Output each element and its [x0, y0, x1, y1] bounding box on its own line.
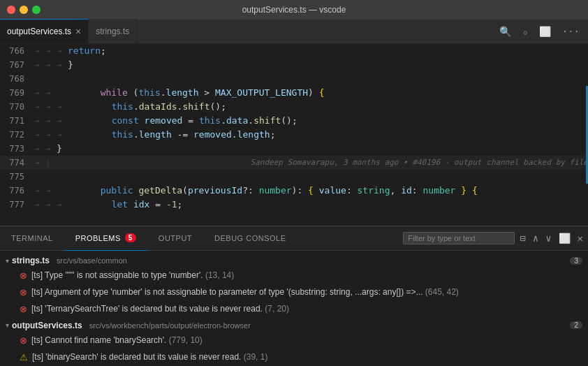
- nav-up-icon[interactable]: ∧: [531, 231, 541, 245]
- tab-bar: outputServices.ts × strings.ts 🔍 ⬦ ⬜ ···: [0, 20, 588, 44]
- traffic-lights: [7, 6, 41, 14]
- blame-annotation: Sandeep Somavarapu, 3 months ago • #4019…: [245, 156, 588, 170]
- problem-item[interactable]: ⊗ [ts] 'TernarySearchTree' is declared b…: [0, 301, 588, 318]
- problem-pos: (779, 10): [169, 335, 203, 345]
- output-tab-label: OUTPUT: [159, 234, 192, 242]
- collapse-all-icon[interactable]: ⊟: [517, 231, 527, 245]
- problem-item[interactable]: ⊗ [ts] Type '""' is not assignable to ty…: [0, 268, 588, 284]
- tab-output-services[interactable]: outputServices.ts ×: [0, 19, 89, 43]
- chevron-icon: ▾: [6, 257, 9, 265]
- code-line-767: 767 → → → }: [0, 58, 588, 72]
- problems-tab-label: PROBLEMS: [75, 234, 121, 242]
- search-icon[interactable]: 🔍: [497, 24, 514, 38]
- terminal-tab-label: TERMINAL: [11, 234, 53, 242]
- tab-label: strings.ts: [96, 27, 129, 36]
- problem-text: [ts] 'binarySearch' is declared but its …: [32, 351, 582, 363]
- chevron-icon: ▾: [6, 321, 9, 329]
- debug-tab-label: DEBUG CONSOLE: [214, 234, 286, 242]
- code-line-774: 774 → | Sandeep Somavarapu, 3 months ago…: [0, 156, 588, 170]
- more-actions-icon[interactable]: ···: [559, 24, 582, 38]
- problems-badge: 5: [125, 233, 136, 242]
- file-header-strings[interactable]: ▾ strings.ts src/vs/base/common 3: [0, 254, 588, 268]
- tab-label: outputServices.ts: [7, 27, 71, 36]
- tab-bar-actions: 🔍 ⬦ ⬜ ···: [497, 24, 582, 38]
- code-line-777: 777 → → → let idx = -1;: [0, 198, 588, 212]
- problem-text: [ts] Type '""' is not assignable to type…: [31, 270, 582, 281]
- window-title: outputServices.ts — vscode: [242, 5, 346, 15]
- title-bar: outputServices.ts — vscode: [0, 0, 588, 20]
- editor-area: 766 → → → return; 767 → → → } 768 769 → …: [0, 44, 588, 226]
- toggle-single-icon[interactable]: ⬜: [557, 231, 573, 245]
- file-group-strings: ▾ strings.ts src/vs/base/common 3 ⊗ [ts]…: [0, 254, 588, 319]
- problems-list: ▾ strings.ts src/vs/base/common 3 ⊗ [ts]…: [0, 251, 588, 365]
- code-line-766: 766 → → → return;: [0, 44, 588, 58]
- error-icon: ⊗: [20, 286, 27, 299]
- warning-icon: ⚠: [20, 351, 28, 364]
- filter-input[interactable]: [403, 232, 515, 244]
- nav-down-icon[interactable]: ∨: [543, 231, 553, 245]
- file-group-output-services: ▾ outputServices.ts src/vs/workbench/par…: [0, 319, 588, 365]
- problem-pos: (7, 20): [265, 304, 289, 314]
- close-button[interactable]: [7, 6, 15, 14]
- error-icon: ⊗: [20, 270, 27, 282]
- problem-item[interactable]: ⚠ [ts] 'binarySearch' is declared but it…: [0, 349, 588, 365]
- tab-terminal[interactable]: TERMINAL: [0, 226, 64, 251]
- close-panel-icon[interactable]: ✕: [575, 231, 585, 245]
- error-icon: ⊗: [20, 303, 27, 316]
- tab-problems[interactable]: PROBLEMS 5: [64, 226, 147, 251]
- file-badge: 3: [570, 257, 582, 265]
- tab-strings[interactable]: strings.ts: [89, 19, 137, 43]
- problem-text: [ts] Argument of type 'number' is not as…: [31, 286, 582, 298]
- problem-text: [ts] 'TernarySearchTree' is declared but…: [31, 303, 582, 315]
- fullscreen-button[interactable]: [32, 6, 41, 14]
- problem-pos: (13, 14): [205, 270, 234, 280]
- file-name: outputServices.ts: [12, 321, 82, 330]
- tab-close-icon[interactable]: ×: [75, 27, 81, 36]
- source-control-icon[interactable]: ⬦: [520, 24, 531, 38]
- tab-output[interactable]: OUTPUT: [147, 226, 203, 251]
- tab-debug-console[interactable]: DEBUG CONSOLE: [203, 226, 297, 251]
- split-editor-icon[interactable]: ⬜: [536, 24, 554, 38]
- minimize-button[interactable]: [20, 6, 28, 14]
- problem-item[interactable]: ⊗ [ts] Argument of type 'number' is not …: [0, 284, 588, 301]
- panel-filter: ⊟ ∧ ∨ ⬜ ✕: [403, 231, 585, 245]
- problem-item[interactable]: ⊗ [ts] Cannot find name 'bnarySearch'. (…: [0, 332, 588, 349]
- file-badge: 2: [570, 321, 582, 329]
- file-path: src/vs/base/common: [57, 256, 127, 265]
- code-line-773: 773 → → }: [0, 142, 588, 156]
- bottom-panel: TERMINAL PROBLEMS 5 OUTPUT DEBUG CONSOLE…: [0, 226, 588, 365]
- panel-tabs: TERMINAL PROBLEMS 5 OUTPUT DEBUG CONSOLE…: [0, 226, 588, 251]
- file-path: src/vs/workbench/parts/output/electron-b…: [89, 321, 251, 330]
- problem-pos: (645, 42): [425, 287, 459, 297]
- file-header-output-services[interactable]: ▾ outputServices.ts src/vs/workbench/par…: [0, 319, 588, 332]
- error-icon: ⊗: [20, 335, 27, 347]
- code-lines: 766 → → → return; 767 → → → } 768 769 → …: [0, 44, 588, 226]
- problem-pos: (39, 1): [244, 352, 268, 362]
- file-name: strings.ts: [12, 256, 50, 265]
- problem-text: [ts] Cannot find name 'bnarySearch'. (77…: [31, 335, 582, 346]
- code-line-772: 772 → → → this.length -= removed.length;: [0, 128, 588, 142]
